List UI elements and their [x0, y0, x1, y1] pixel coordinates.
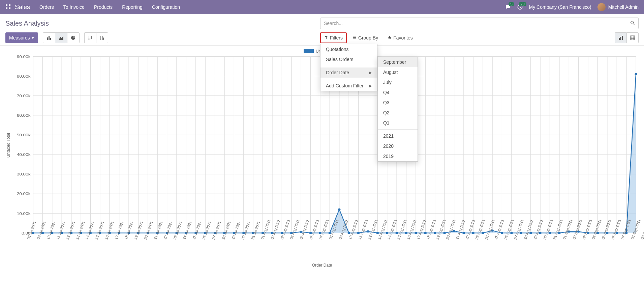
sort-group: [84, 32, 108, 43]
groupby-label: Group By: [358, 35, 378, 40]
svg-rect-14: [631, 36, 635, 40]
separator: [320, 79, 377, 79]
favorites-label: Favorites: [393, 35, 413, 40]
avatar: [597, 3, 606, 11]
date-2020[interactable]: 2020: [378, 141, 418, 151]
app-brand[interactable]: Sales: [15, 4, 30, 11]
x-axis-label: Order Date: [5, 263, 639, 268]
svg-text:30.00k: 30.00k: [17, 172, 31, 176]
separator: [378, 129, 418, 130]
menu-reporting[interactable]: Reporting: [122, 4, 143, 10]
svg-text:10.00k: 10.00k: [17, 211, 31, 216]
date-q2[interactable]: Q2: [378, 108, 418, 118]
svg-text:20.00k: 20.00k: [17, 192, 31, 196]
view-switcher: [615, 32, 639, 43]
date-august[interactable]: August: [378, 67, 418, 77]
filters-button[interactable]: Filters: [320, 32, 347, 43]
date-2019[interactable]: 2019: [378, 151, 418, 161]
discuss-badge: 5: [509, 2, 514, 6]
company-selector[interactable]: My Company (San Francisco): [529, 4, 591, 10]
top-navbar: Sales Orders To Invoice Products Reporti…: [0, 0, 644, 14]
sort-asc-button[interactable]: [96, 32, 108, 43]
y-axis-label: Untaxed Total: [5, 133, 12, 158]
svg-rect-3: [9, 7, 10, 9]
svg-rect-8: [49, 36, 50, 40]
separator: [320, 66, 377, 66]
star-icon: [388, 35, 392, 40]
pivot-view-button[interactable]: [626, 32, 639, 43]
svg-rect-0: [6, 4, 7, 6]
svg-rect-11: [619, 38, 620, 40]
groupby-button[interactable]: Group By: [349, 32, 382, 43]
filter-add-custom[interactable]: Add Custom Filter ▶: [320, 81, 377, 91]
svg-line-6: [633, 24, 634, 25]
svg-rect-13: [622, 36, 623, 40]
user-menu[interactable]: Mitchell Admin: [597, 3, 639, 11]
svg-rect-12: [620, 37, 621, 40]
svg-text:50.00k: 50.00k: [17, 133, 31, 137]
page-title: Sales Analysis: [5, 20, 49, 27]
filters-label: Filters: [330, 35, 343, 40]
menu-to-invoice[interactable]: To Invoice: [63, 4, 85, 10]
control-panel: Sales Analysis Measures ▼: [0, 14, 644, 46]
svg-text:90.00k: 90.00k: [17, 54, 31, 59]
caret-down-icon: ▼: [31, 36, 34, 40]
menu-products[interactable]: Products: [94, 4, 113, 10]
svg-text:80.00k: 80.00k: [17, 74, 31, 79]
date-2021[interactable]: 2021: [378, 131, 418, 141]
svg-point-147: [453, 230, 455, 232]
chart-type-group: [43, 32, 80, 43]
date-q4[interactable]: Q4: [378, 87, 418, 98]
menu-configuration[interactable]: Configuration: [152, 4, 180, 10]
svg-point-135: [338, 208, 340, 210]
filter-quotations[interactable]: Quotations: [320, 44, 377, 54]
activities-button[interactable]: 20: [517, 4, 523, 10]
activities-badge: 20: [519, 2, 526, 6]
measures-label: Measures: [9, 35, 30, 40]
chevron-right-icon: ▶: [369, 84, 372, 88]
search-icon[interactable]: [630, 20, 635, 27]
pie-chart-button[interactable]: [67, 32, 80, 43]
svg-rect-9: [50, 38, 51, 40]
measures-button[interactable]: Measures ▼: [5, 32, 38, 43]
svg-text:40.00k: 40.00k: [17, 153, 31, 157]
svg-rect-7: [47, 37, 48, 40]
menu-orders[interactable]: Orders: [39, 4, 54, 10]
filter-icon: [324, 35, 328, 40]
svg-point-138: [367, 230, 369, 232]
date-q3[interactable]: Q3: [378, 98, 418, 108]
main-menu: Orders To Invoice Products Reporting Con…: [39, 4, 505, 10]
svg-rect-2: [6, 7, 7, 9]
user-name: Mitchell Admin: [608, 4, 639, 10]
line-chart-button[interactable]: [55, 32, 67, 43]
svg-point-5: [631, 21, 634, 24]
filter-sales-orders[interactable]: Sales Orders: [320, 54, 377, 64]
apps-icon[interactable]: [5, 4, 11, 10]
legend-swatch: [304, 49, 314, 53]
svg-point-166: [635, 73, 637, 75]
filter-order-date[interactable]: Order Date ▶: [320, 67, 377, 78]
favorites-button[interactable]: Favorites: [384, 32, 417, 43]
list-icon: [352, 35, 357, 40]
chevron-right-icon: ▶: [369, 71, 372, 75]
sort-desc-button[interactable]: [84, 32, 96, 43]
date-q1[interactable]: Q1: [378, 118, 418, 128]
svg-text:70.00k: 70.00k: [17, 94, 31, 98]
filters-dropdown: Quotations Sales Orders Order Date ▶ Add…: [320, 44, 377, 91]
x-axis-ticks: 08 Jul 202109 Jul 202110 Jul 202111 Jul …: [26, 237, 639, 262]
date-september[interactable]: September: [378, 57, 418, 67]
date-july[interactable]: July: [378, 77, 418, 87]
discuss-button[interactable]: 5: [505, 4, 511, 10]
bar-chart-button[interactable]: [43, 32, 55, 43]
graph-view-button[interactable]: [615, 32, 626, 43]
svg-text:60.00k: 60.00k: [17, 113, 31, 118]
order-date-submenu: September August July Q4 Q3 Q2 Q1 2021 2…: [377, 57, 418, 162]
search-input[interactable]: [320, 18, 639, 29]
svg-rect-1: [9, 4, 10, 6]
